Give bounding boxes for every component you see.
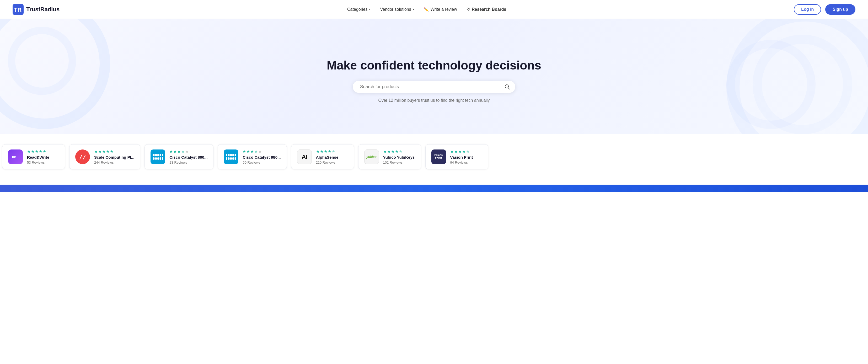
search-button[interactable] xyxy=(504,84,510,90)
vendor-solutions-chevron-icon: ▾ xyxy=(413,8,414,11)
product-info-cisco980: ★★★★★ Cisco Catalyst 980... 50 Reviews xyxy=(243,149,281,164)
product-info-scale: ★★★★★ Scale Computing Pl... 244 Reviews xyxy=(94,149,134,164)
product-stars-yubico: ★★★★★ xyxy=(383,149,415,154)
product-name-alphasense: AlphaSense xyxy=(316,155,339,159)
hero-subtitle: Over 12 million buyers trust us to find … xyxy=(378,98,490,103)
hero-section: Make confident technology decisions Over… xyxy=(0,19,868,134)
product-name-readwrite: Read&Write xyxy=(27,155,49,159)
product-name-vasion: Vasion Print xyxy=(450,155,473,159)
product-stars-scale: ★★★★★ xyxy=(94,149,134,154)
pencil-icon: ✏️ xyxy=(424,7,429,12)
logo-link[interactable]: TR TrustRadius xyxy=(12,4,60,15)
product-info-yubico: ★★★★★ Yubico YubiKeys 102 Reviews xyxy=(383,149,415,164)
write-review-label: Write a review xyxy=(431,7,457,12)
product-card-readwrite[interactable]: ✏ ★★★★★ Read&Write 53 Reviews xyxy=(2,144,65,170)
logo-text: TrustRadius xyxy=(26,6,60,13)
categories-label: Categories xyxy=(347,7,367,12)
search-bar xyxy=(353,81,515,93)
product-stars-vasion: ★★★★★ xyxy=(450,149,473,154)
product-card-alphasense[interactable]: AI ★★★★★ AlphaSense 220 Reviews xyxy=(291,144,354,170)
product-name-cisco980: Cisco Catalyst 980... xyxy=(243,155,281,159)
product-name-yubico: Yubico YubiKeys xyxy=(383,155,415,159)
product-reviews-vasion: 94 Reviews xyxy=(450,160,473,164)
nav-categories[interactable]: Categories ▾ xyxy=(347,7,371,12)
svg-text:TR: TR xyxy=(14,6,22,13)
navbar-center-links: Categories ▾ Vendor solutions ▾ ✏️ Write… xyxy=(347,7,506,12)
navbar-actions: Log in Sign up xyxy=(794,4,856,15)
product-cards-strip: ✏ ★★★★★ Read&Write 53 Reviews // ★★★★★ S… xyxy=(0,134,868,179)
product-reviews-yubico: 102 Reviews xyxy=(383,160,415,164)
svg-text:✏: ✏ xyxy=(12,154,17,160)
product-reviews-alphasense: 220 Reviews xyxy=(316,160,339,164)
product-cards-row: ✏ ★★★★★ Read&Write 53 Reviews // ★★★★★ S… xyxy=(0,142,868,172)
product-info-readwrite: ★★★★★ Read&Write 53 Reviews xyxy=(27,149,49,164)
nav-research-boards[interactable]: ♡ Research Boards xyxy=(467,7,506,12)
product-reviews-cisco980: 50 Reviews xyxy=(243,160,281,164)
navbar: TR TrustRadius Categories ▾ Vendor solut… xyxy=(0,0,868,19)
hero-decoration-1 xyxy=(8,27,76,95)
product-card-scale[interactable]: // ★★★★★ Scale Computing Pl... 244 Revie… xyxy=(69,144,140,170)
product-stars-readwrite: ★★★★★ xyxy=(27,149,49,154)
product-name-cisco800: Cisco Catalyst 800... xyxy=(169,155,208,159)
product-card-cisco980[interactable]: ★★★★★ Cisco Catalyst 980... 50 Reviews xyxy=(218,144,287,170)
product-card-cisco800[interactable]: ★★★★★ Cisco Catalyst 800... 23 Reviews xyxy=(145,144,213,170)
heart-icon: ♡ xyxy=(467,7,470,12)
product-card-yubico[interactable]: yubico ★★★★★ Yubico YubiKeys 102 Reviews xyxy=(358,144,421,170)
research-boards-label: Research Boards xyxy=(472,7,506,12)
signup-button[interactable]: Sign up xyxy=(825,4,856,15)
nav-vendor-solutions[interactable]: Vendor solutions ▾ xyxy=(380,7,414,12)
product-stars-cisco800: ★★★★★ xyxy=(169,149,208,154)
product-reviews-cisco800: 23 Reviews xyxy=(169,160,208,164)
hero-decoration-3 xyxy=(753,35,852,134)
login-button[interactable]: Log in xyxy=(794,4,821,15)
search-input[interactable] xyxy=(360,84,504,89)
product-info-vasion: ★★★★★ Vasion Print 94 Reviews xyxy=(450,149,473,164)
categories-chevron-icon: ▾ xyxy=(369,8,371,11)
product-info-cisco800: ★★★★★ Cisco Catalyst 800... 23 Reviews xyxy=(169,149,208,164)
product-stars-cisco980: ★★★★★ xyxy=(243,149,281,154)
trustradius-logo-icon: TR xyxy=(12,4,24,15)
vendor-solutions-label: Vendor solutions xyxy=(380,7,411,12)
product-card-vasion[interactable]: VASIONPRINT ★★★★★ Vasion Print 94 Review… xyxy=(425,144,488,170)
hero-title: Make confident technology decisions xyxy=(327,58,541,72)
product-name-scale: Scale Computing Pl... xyxy=(94,155,134,159)
hero-decoration-2 xyxy=(726,40,815,129)
nav-write-review[interactable]: ✏️ Write a review xyxy=(424,7,457,12)
product-info-alphasense: ★★★★★ AlphaSense 220 Reviews xyxy=(316,149,339,164)
product-reviews-scale: 244 Reviews xyxy=(94,160,134,164)
product-reviews-readwrite: 53 Reviews xyxy=(27,160,49,164)
product-stars-alphasense: ★★★★★ xyxy=(316,149,339,154)
svg-line-3 xyxy=(508,88,510,89)
search-icon xyxy=(504,84,510,90)
bottom-blue-bar xyxy=(0,185,868,192)
